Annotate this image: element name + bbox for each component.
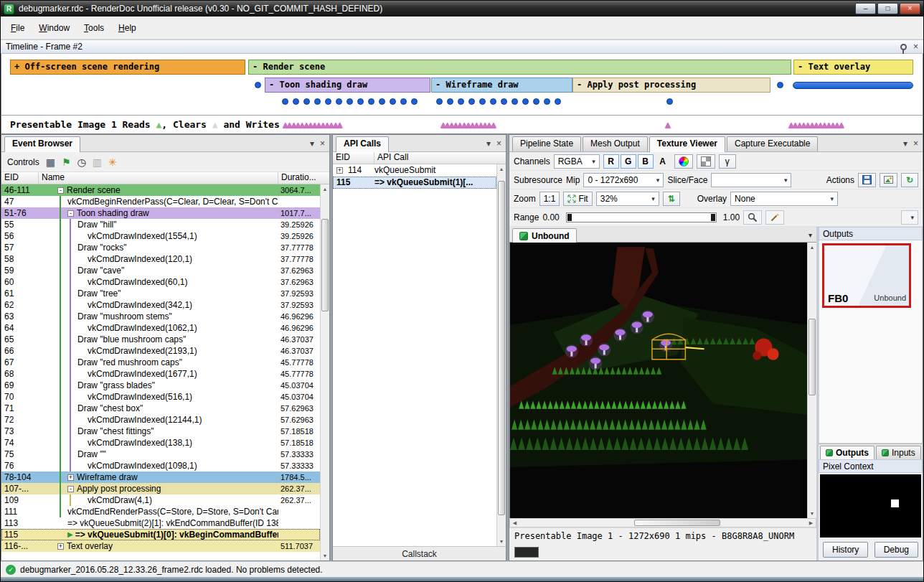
pin-icon[interactable] — [900, 44, 907, 50]
scroll-arrow-icon[interactable]: ▼ — [321, 551, 329, 560]
channel-a-toggle[interactable]: A — [655, 154, 671, 169]
scroll-thumb[interactable] — [634, 520, 720, 526]
expand-icon[interactable]: + — [336, 167, 343, 174]
draw-event-dot[interactable] — [390, 98, 396, 105]
api-scrollbar[interactable]: ▲▼ — [496, 164, 506, 546]
pixel-context-header[interactable]: Pixel Context — [819, 459, 923, 473]
api-table-header[interactable]: EID API Call — [333, 152, 506, 164]
event-row[interactable]: 76vkCmdDrawIndexed(1098,1)57.33333 — [1, 460, 320, 471]
draw-event-dot[interactable] — [411, 98, 418, 105]
maximize-button[interactable]: □ — [877, 3, 898, 14]
event-row[interactable]: 67Draw "red mushroom caps"45.77778 — [1, 357, 320, 368]
draw-event-dot[interactable] — [555, 98, 561, 105]
collapse-icon[interactable]: - — [67, 210, 74, 217]
timeline-bar[interactable]: - Toon shading draw — [265, 78, 430, 93]
texture-vscrollbar[interactable]: ▲▼ — [807, 243, 816, 518]
goto-resource-button[interactable]: ↻ — [901, 173, 918, 187]
bookmark-flag-icon[interactable]: ⚑ — [62, 157, 71, 167]
draw-event-dot[interactable] — [255, 82, 261, 88]
zoom-fit-button[interactable]: Fit — [563, 192, 592, 206]
event-row[interactable]: 116-...+Text overlay511.7037 — [1, 540, 320, 552]
panel-close-icon[interactable]: × — [320, 139, 325, 149]
event-row[interactable]: 55Draw "hill"39.25926 — [1, 219, 320, 230]
scroll-track[interactable] — [519, 519, 806, 527]
event-row[interactable]: 73Draw "chest fittings"57.18518 — [1, 426, 320, 437]
texture-tab-list-chevron[interactable]: ▾ — [808, 231, 812, 239]
tab-event-browser[interactable]: Event Browser — [4, 136, 80, 152]
draw-event-dot[interactable] — [282, 98, 288, 105]
timeline-bar[interactable]: - Apply post processing — [572, 78, 770, 93]
column-name[interactable]: Name — [39, 172, 278, 184]
draw-event-dot[interactable] — [544, 98, 550, 105]
draw-event-dot[interactable] — [336, 98, 342, 105]
range-options-button[interactable]: ▾ — [901, 210, 918, 225]
event-row[interactable]: 61Draw "tree"37.92593 — [1, 288, 320, 299]
event-row[interactable]: 111vkCmdEndRenderPass(C=Store, D=Store, … — [1, 506, 320, 517]
draw-event-dot[interactable] — [447, 98, 453, 105]
event-row[interactable]: 62vkCmdDrawIndexed(342,1)37.92593 — [1, 299, 320, 311]
zoom-1to1-button[interactable]: 1:1 — [539, 192, 560, 206]
event-table-header[interactable]: EID Name Duratio... — [1, 172, 329, 184]
tab-pipeline-state[interactable]: Pipeline State — [512, 136, 581, 151]
event-row[interactable]: 59Draw "cave"37.62963 — [1, 265, 320, 276]
slice-face-combo[interactable]: ▾ — [711, 173, 791, 187]
timeline-bar[interactable]: - Render scene — [248, 60, 791, 75]
output-fb0-thumbnail[interactable]: FB0 Unbound — [822, 243, 911, 308]
api-call-row[interactable]: +114vkQueueSubmit — [333, 164, 496, 177]
scroll-arrow-icon[interactable]: ◀ — [510, 519, 519, 527]
scroll-track[interactable] — [808, 252, 816, 509]
channels-combo[interactable]: RGBA ▾ — [554, 154, 600, 169]
column-eid[interactable]: EID — [333, 152, 374, 164]
draw-event-dot[interactable] — [303, 98, 310, 105]
scroll-track[interactable] — [497, 174, 506, 537]
draw-event-dot[interactable] — [490, 98, 496, 105]
panel-menu-icon[interactable]: ▾ — [310, 139, 314, 149]
event-row[interactable]: 113=> vkQueueSubmit(2)[1]: vkEndCommandB… — [1, 517, 320, 529]
settings-star-icon[interactable]: ✳ — [108, 157, 117, 167]
timeline-titlebar[interactable]: Timeline - Frame #2 × — [1, 39, 923, 54]
draw-event-dot[interactable] — [479, 98, 486, 105]
event-row[interactable]: 58vkCmdDrawIndexed(120,1)37.77778 — [1, 253, 320, 265]
title-bar[interactable]: R debugmarker.rdc - RenderDoc Unofficial… — [1, 1, 923, 17]
timeline-body[interactable]: + Off-screen scene rendering- Render sce… — [1, 54, 923, 115]
callstack-section[interactable]: Callstack — [333, 546, 506, 560]
draw-event-dot[interactable] — [436, 98, 443, 105]
panel-menu-icon[interactable]: ▾ — [486, 139, 491, 149]
tab-mesh-output[interactable]: Mesh Output — [583, 136, 648, 151]
tab-texture-viewer[interactable]: Texture Viewer — [649, 136, 725, 152]
timeline-close-icon[interactable]: × — [913, 42, 918, 52]
scroll-arrow-icon[interactable]: ▲ — [321, 184, 329, 194]
event-row[interactable]: 69Draw "grass blades"45.03704 — [1, 380, 320, 391]
tab-capture-executable[interactable]: Capture Executable — [727, 136, 818, 151]
draw-event-dot[interactable] — [522, 98, 529, 105]
event-row[interactable]: 78-104+Wireframe draw1784.5... — [1, 471, 320, 483]
pixel-context-view[interactable] — [820, 474, 921, 538]
event-row[interactable]: 115▶=> vkQueueSubmit(1)[0]: vkBeginComma… — [1, 529, 320, 540]
event-row[interactable]: 107-...-Apply post processing262.37... — [1, 483, 320, 494]
event-row[interactable]: 68vkCmdDrawIndexed(1677,1)45.77778 — [1, 368, 320, 380]
event-row[interactable]: 56vkCmdDrawIndexed(1554,1)39.25926 — [1, 230, 320, 242]
history-button[interactable]: History — [823, 542, 868, 558]
scroll-arrow-icon[interactable]: ▲ — [497, 164, 506, 174]
event-row[interactable]: 71Draw "chest box"57.62963 — [1, 403, 320, 414]
draw-event-dot[interactable] — [368, 98, 374, 105]
channel-g-toggle[interactable]: G — [621, 154, 636, 169]
filter-grid-icon[interactable]: ▦ — [46, 157, 55, 167]
scroll-thumb[interactable] — [808, 319, 816, 395]
event-row[interactable]: 47vkCmdBeginRenderPass(C=Clear, D=Clear,… — [1, 196, 320, 207]
column-eid[interactable]: EID — [1, 172, 39, 184]
open-external-button[interactable] — [880, 173, 897, 187]
panel-close-icon[interactable]: × — [496, 139, 501, 149]
scroll-track[interactable] — [321, 194, 329, 551]
event-row[interactable]: 64vkCmdDrawIndexed(1062,1)46.96296 — [1, 322, 320, 334]
texture-image[interactable] — [510, 243, 807, 518]
range-slider[interactable] — [566, 212, 717, 222]
api-call-row[interactable]: 115=> vkQueueSubmit(1)[... — [333, 177, 496, 189]
texture-hscrollbar[interactable]: ◀▶ — [509, 518, 816, 527]
texture-display[interactable]: ▲▼ — [509, 243, 816, 518]
event-row[interactable]: 46-111-Render scene3064.7... — [1, 184, 320, 196]
menu-tools[interactable]: Tools — [77, 20, 111, 36]
scroll-arrow-icon[interactable]: ▶ — [806, 519, 816, 527]
zoom-range-button[interactable] — [743, 210, 762, 225]
event-row[interactable]: 65Draw "blue mushroom caps"46.37037 — [1, 334, 320, 345]
